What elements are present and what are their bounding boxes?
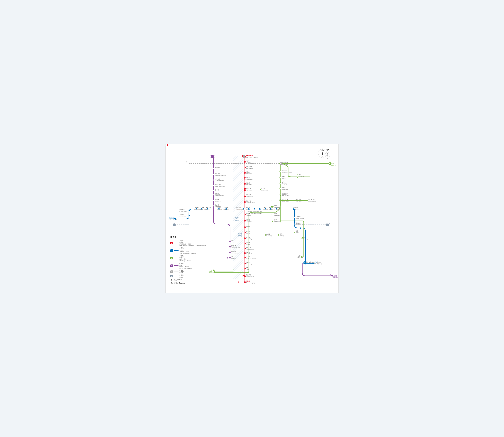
svg-text:Yingwanzhen: Yingwanzhen [217,209,224,210]
svg-text:山塘: 山塘 [209,270,212,272]
svg-point-123 [244,252,246,254]
svg-text:黄土岭: 黄土岭 [246,237,250,238]
svg-text:4: 4 [212,156,213,158]
svg-text:4: 4 [330,274,331,276]
svg-text:Kaifu District Government: Kaifu District Government [246,157,259,158]
svg-text:万家丽广场: 万家丽广场 [308,199,314,200]
line4-route-en: Guanling — Dujiaping [179,268,192,269]
svg-point-286 [278,234,279,236]
svg-text:赤岗岭: 赤岗岭 [266,233,270,235]
svg-text:2: 2 [304,262,305,264]
svg-point-111 [244,232,246,233]
svg-point-141 [244,281,246,283]
svg-point-117 [244,243,246,244]
svg-text:Guihuaping: Guihuaping [246,263,252,265]
svg-point-279 [272,220,273,221]
svg-point-51 [213,200,214,201]
transfer-label: 换乘站 Transfer [174,282,185,284]
north-n-label: N [325,158,330,159]
svg-text:芙蓉广场: 芙蓉广场 [246,194,251,196]
svg-point-48 [213,194,214,196]
north-arrow: 北 N [325,149,330,159]
line6-badge: 6 [170,275,173,277]
svg-text:靛云路: 靛云路 [180,214,184,215]
svg-text:5: 5 [186,161,187,163]
svg-text:5: 5 [280,163,281,165]
svg-point-220 [280,171,281,172]
line4-route: 罐子岭 — 杜家坪 [179,266,192,268]
svg-point-81 [244,178,245,179]
svg-point-292 [301,238,303,239]
svg-text:Wuyi Square: Wuyi Square [246,189,252,191]
svg-point-114 [244,238,246,239]
line2-route-en: West Meixi Lake — Guangda [179,252,196,254]
legend-line6: 6 6号线 Line 6 [170,274,206,278]
svg-text:雅雀湖: 雅雀湖 [281,176,285,178]
transfer-icon [171,282,173,284]
svg-text:望月湖: 望月湖 [215,204,219,206]
svg-point-243 [297,176,298,178]
svg-text:Yuanjiagling: Yuanjiagling [274,207,280,208]
svg-text:北辰三角洲: 北辰三角洲 [246,166,252,167]
svg-text:3: 3 [233,269,234,271]
svg-text:尚双塘: 尚双塘 [246,280,250,282]
svg-point-261 [229,246,231,248]
svg-text:3: 3 [227,257,228,259]
line1-route: 开福区政府 — 尚双塘 [179,243,206,245]
line1-label: 1号线 [179,240,206,242]
legend-line3: 3 3号线 Line 3 山塘 — 星沙 Shantang — Xingsha [170,255,206,261]
station-label: 站点 Station [174,279,182,281]
svg-text:Tujiachong: Tujiachong [246,244,251,245]
svg-text:长沙大道: 长沙大道 [296,222,300,224]
svg-point-209 [300,227,301,228]
svg-text:杜花路: 杜花路 [298,255,301,257]
svg-text:Chayangcun: Chayangcun [274,221,280,222]
line4-label: 4号线 [179,262,192,264]
svg-text:Dujiaping: Dujiaping [317,263,322,264]
line5-sublabel: Line 5 [179,272,184,273]
svg-point-223 [280,177,281,178]
svg-text:Dianyun Road: Dianyun Road [179,216,186,217]
line3-color [174,258,179,258]
svg-text:湘龙: 湘龙 [299,174,301,175]
svg-text:Shantang: Shantang [209,272,214,273]
svg-text:Wenchangge: Wenchangge [246,179,252,180]
svg-text:Zhongxin Square: Zhongxin Square [246,276,254,277]
svg-point-238 [297,175,298,176]
svg-text:Sutang: Sutang [296,232,299,233]
svg-marker-305 [322,152,323,155]
svg-text:湘: 湘 [234,217,239,221]
svg-point-89 [244,189,246,190]
svg-text:Kaifu Temple: Kaifu Temple [246,173,252,174]
svg-text:6: 6 [174,224,174,226]
legend-station: 站点 Station [170,279,206,281]
svg-text:Shumaling: Shumaling [274,209,280,210]
line3-route-en: Shantang — Xingsha [179,260,192,261]
svg-text:月亮岛西: 月亮岛西 [215,167,220,168]
svg-text:涂家冲: 涂家冲 [246,242,250,244]
svg-point-102 [244,214,246,215]
svg-point-71 [244,161,246,163]
svg-point-276 [272,214,273,215]
line2-color [174,250,179,251]
svg-text:2: 2 [174,218,175,220]
svg-text:灵官渡: 灵官渡 [246,219,250,221]
svg-text:茶子山: 茶子山 [215,189,219,190]
svg-text:碧沙湖: 碧沙湖 [246,231,250,232]
legend-line1: 1 1号线 Line 1 开福区政府 — 尚双塘 Kaifu District … [170,240,206,246]
svg-text:Shatang: Shatang [269,209,273,210]
svg-text:沙湾公园: 沙湾公园 [293,207,298,208]
svg-point-283 [265,234,266,236]
svg-point-54 [213,205,214,207]
svg-text:省政府: 省政府 [246,256,250,258]
svg-text:Houjiatang: Houjiatang [246,215,251,216]
svg-point-273 [272,206,273,207]
svg-text:洋湖湿地: 洋湖湿地 [231,251,236,252]
legend-title: 图例： [170,236,206,238]
svg-text:湘江新城: 湘江新城 [215,173,220,174]
svg-text:Guitang: Guitang [280,235,284,237]
legend-line4: 4 4号线 Line 4 罐子岭 — 杜家坪 Guanling — Dujiap… [170,262,206,269]
line3-badge: 3 [170,257,173,259]
svg-text:北: 北 [321,149,324,151]
svg-point-96 [244,201,246,203]
